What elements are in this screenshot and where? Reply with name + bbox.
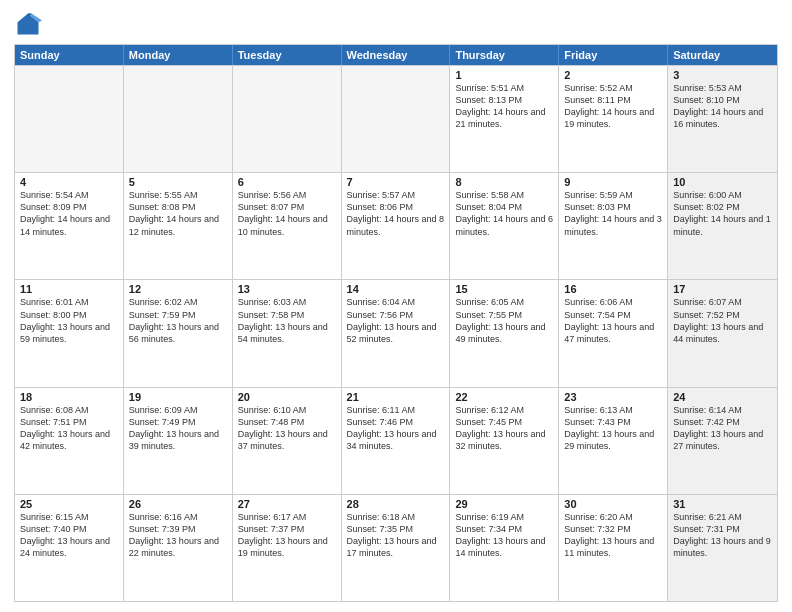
- cal-cell: 8Sunrise: 5:58 AM Sunset: 8:04 PM Daylig…: [450, 173, 559, 279]
- cal-cell: 9Sunrise: 5:59 AM Sunset: 8:03 PM Daylig…: [559, 173, 668, 279]
- cal-cell: [233, 66, 342, 172]
- day-number: 22: [455, 391, 553, 403]
- day-number: 5: [129, 176, 227, 188]
- cal-week-1: 1Sunrise: 5:51 AM Sunset: 8:13 PM Daylig…: [15, 65, 777, 172]
- cal-cell: 13Sunrise: 6:03 AM Sunset: 7:58 PM Dayli…: [233, 280, 342, 386]
- cal-cell: 6Sunrise: 5:56 AM Sunset: 8:07 PM Daylig…: [233, 173, 342, 279]
- day-number: 13: [238, 283, 336, 295]
- cell-info: Sunrise: 6:00 AM Sunset: 8:02 PM Dayligh…: [673, 189, 772, 238]
- cal-week-4: 18Sunrise: 6:08 AM Sunset: 7:51 PM Dayli…: [15, 387, 777, 494]
- cell-info: Sunrise: 6:19 AM Sunset: 7:34 PM Dayligh…: [455, 511, 553, 560]
- cal-cell: 25Sunrise: 6:15 AM Sunset: 7:40 PM Dayli…: [15, 495, 124, 601]
- cell-info: Sunrise: 5:56 AM Sunset: 8:07 PM Dayligh…: [238, 189, 336, 238]
- cal-header-friday: Friday: [559, 45, 668, 65]
- cal-cell: 1Sunrise: 5:51 AM Sunset: 8:13 PM Daylig…: [450, 66, 559, 172]
- cell-info: Sunrise: 6:14 AM Sunset: 7:42 PM Dayligh…: [673, 404, 772, 453]
- day-number: 8: [455, 176, 553, 188]
- cal-cell: 10Sunrise: 6:00 AM Sunset: 8:02 PM Dayli…: [668, 173, 777, 279]
- cal-cell: 7Sunrise: 5:57 AM Sunset: 8:06 PM Daylig…: [342, 173, 451, 279]
- cell-info: Sunrise: 6:17 AM Sunset: 7:37 PM Dayligh…: [238, 511, 336, 560]
- day-number: 16: [564, 283, 662, 295]
- cell-info: Sunrise: 6:21 AM Sunset: 7:31 PM Dayligh…: [673, 511, 772, 560]
- cal-cell: 14Sunrise: 6:04 AM Sunset: 7:56 PM Dayli…: [342, 280, 451, 386]
- day-number: 3: [673, 69, 772, 81]
- cal-cell: 15Sunrise: 6:05 AM Sunset: 7:55 PM Dayli…: [450, 280, 559, 386]
- calendar: SundayMondayTuesdayWednesdayThursdayFrid…: [14, 44, 778, 602]
- day-number: 30: [564, 498, 662, 510]
- cal-week-2: 4Sunrise: 5:54 AM Sunset: 8:09 PM Daylig…: [15, 172, 777, 279]
- day-number: 25: [20, 498, 118, 510]
- cal-week-5: 25Sunrise: 6:15 AM Sunset: 7:40 PM Dayli…: [15, 494, 777, 601]
- day-number: 17: [673, 283, 772, 295]
- cell-info: Sunrise: 6:10 AM Sunset: 7:48 PM Dayligh…: [238, 404, 336, 453]
- cal-cell: 30Sunrise: 6:20 AM Sunset: 7:32 PM Dayli…: [559, 495, 668, 601]
- day-number: 6: [238, 176, 336, 188]
- page: SundayMondayTuesdayWednesdayThursdayFrid…: [0, 0, 792, 612]
- day-number: 29: [455, 498, 553, 510]
- cal-cell: 3Sunrise: 5:53 AM Sunset: 8:10 PM Daylig…: [668, 66, 777, 172]
- cell-info: Sunrise: 5:58 AM Sunset: 8:04 PM Dayligh…: [455, 189, 553, 238]
- day-number: 26: [129, 498, 227, 510]
- cell-info: Sunrise: 6:16 AM Sunset: 7:39 PM Dayligh…: [129, 511, 227, 560]
- cal-cell: 5Sunrise: 5:55 AM Sunset: 8:08 PM Daylig…: [124, 173, 233, 279]
- cal-cell: 12Sunrise: 6:02 AM Sunset: 7:59 PM Dayli…: [124, 280, 233, 386]
- day-number: 7: [347, 176, 445, 188]
- cal-cell: 18Sunrise: 6:08 AM Sunset: 7:51 PM Dayli…: [15, 388, 124, 494]
- day-number: 31: [673, 498, 772, 510]
- day-number: 11: [20, 283, 118, 295]
- day-number: 18: [20, 391, 118, 403]
- cell-info: Sunrise: 6:15 AM Sunset: 7:40 PM Dayligh…: [20, 511, 118, 560]
- cell-info: Sunrise: 5:53 AM Sunset: 8:10 PM Dayligh…: [673, 82, 772, 131]
- cal-cell: 19Sunrise: 6:09 AM Sunset: 7:49 PM Dayli…: [124, 388, 233, 494]
- cell-info: Sunrise: 6:06 AM Sunset: 7:54 PM Dayligh…: [564, 296, 662, 345]
- day-number: 10: [673, 176, 772, 188]
- cal-cell: 4Sunrise: 5:54 AM Sunset: 8:09 PM Daylig…: [15, 173, 124, 279]
- cal-header-tuesday: Tuesday: [233, 45, 342, 65]
- cell-info: Sunrise: 6:09 AM Sunset: 7:49 PM Dayligh…: [129, 404, 227, 453]
- cell-info: Sunrise: 6:01 AM Sunset: 8:00 PM Dayligh…: [20, 296, 118, 345]
- cell-info: Sunrise: 5:54 AM Sunset: 8:09 PM Dayligh…: [20, 189, 118, 238]
- cal-cell: 16Sunrise: 6:06 AM Sunset: 7:54 PM Dayli…: [559, 280, 668, 386]
- day-number: 12: [129, 283, 227, 295]
- day-number: 4: [20, 176, 118, 188]
- cal-header-saturday: Saturday: [668, 45, 777, 65]
- logo: [14, 10, 46, 38]
- cell-info: Sunrise: 6:02 AM Sunset: 7:59 PM Dayligh…: [129, 296, 227, 345]
- cell-info: Sunrise: 5:55 AM Sunset: 8:08 PM Dayligh…: [129, 189, 227, 238]
- cal-cell: 24Sunrise: 6:14 AM Sunset: 7:42 PM Dayli…: [668, 388, 777, 494]
- cal-cell: 28Sunrise: 6:18 AM Sunset: 7:35 PM Dayli…: [342, 495, 451, 601]
- day-number: 2: [564, 69, 662, 81]
- cal-header-thursday: Thursday: [450, 45, 559, 65]
- logo-icon: [14, 10, 42, 38]
- cell-info: Sunrise: 6:03 AM Sunset: 7:58 PM Dayligh…: [238, 296, 336, 345]
- cell-info: Sunrise: 6:07 AM Sunset: 7:52 PM Dayligh…: [673, 296, 772, 345]
- day-number: 28: [347, 498, 445, 510]
- cal-cell: 2Sunrise: 5:52 AM Sunset: 8:11 PM Daylig…: [559, 66, 668, 172]
- cal-cell: 27Sunrise: 6:17 AM Sunset: 7:37 PM Dayli…: [233, 495, 342, 601]
- cal-header-wednesday: Wednesday: [342, 45, 451, 65]
- calendar-body: 1Sunrise: 5:51 AM Sunset: 8:13 PM Daylig…: [15, 65, 777, 601]
- cal-cell: 11Sunrise: 6:01 AM Sunset: 8:00 PM Dayli…: [15, 280, 124, 386]
- cal-cell: 20Sunrise: 6:10 AM Sunset: 7:48 PM Dayli…: [233, 388, 342, 494]
- day-number: 21: [347, 391, 445, 403]
- cal-cell: 21Sunrise: 6:11 AM Sunset: 7:46 PM Dayli…: [342, 388, 451, 494]
- cell-info: Sunrise: 6:04 AM Sunset: 7:56 PM Dayligh…: [347, 296, 445, 345]
- cal-cell: 22Sunrise: 6:12 AM Sunset: 7:45 PM Dayli…: [450, 388, 559, 494]
- cell-info: Sunrise: 5:51 AM Sunset: 8:13 PM Dayligh…: [455, 82, 553, 131]
- cal-cell: 17Sunrise: 6:07 AM Sunset: 7:52 PM Dayli…: [668, 280, 777, 386]
- cal-cell: [342, 66, 451, 172]
- cell-info: Sunrise: 6:11 AM Sunset: 7:46 PM Dayligh…: [347, 404, 445, 453]
- day-number: 23: [564, 391, 662, 403]
- header: [14, 10, 778, 38]
- day-number: 1: [455, 69, 553, 81]
- cal-week-3: 11Sunrise: 6:01 AM Sunset: 8:00 PM Dayli…: [15, 279, 777, 386]
- cell-info: Sunrise: 6:05 AM Sunset: 7:55 PM Dayligh…: [455, 296, 553, 345]
- cell-info: Sunrise: 5:52 AM Sunset: 8:11 PM Dayligh…: [564, 82, 662, 131]
- cell-info: Sunrise: 6:08 AM Sunset: 7:51 PM Dayligh…: [20, 404, 118, 453]
- cal-cell: 23Sunrise: 6:13 AM Sunset: 7:43 PM Dayli…: [559, 388, 668, 494]
- day-number: 27: [238, 498, 336, 510]
- cell-info: Sunrise: 6:20 AM Sunset: 7:32 PM Dayligh…: [564, 511, 662, 560]
- cal-cell: [124, 66, 233, 172]
- cal-cell: 29Sunrise: 6:19 AM Sunset: 7:34 PM Dayli…: [450, 495, 559, 601]
- cal-header-sunday: Sunday: [15, 45, 124, 65]
